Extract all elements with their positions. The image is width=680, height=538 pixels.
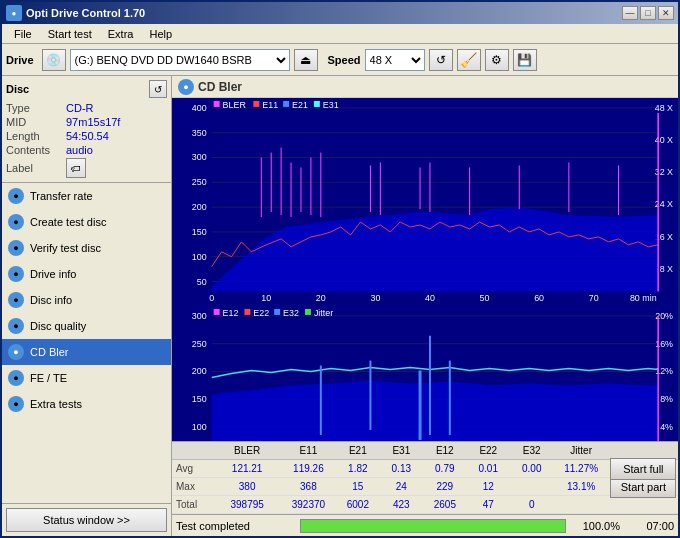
charts-container: 400 350 300 250 200 150 100 50 0 10 20 3… — [172, 98, 678, 441]
svg-rect-54 — [314, 101, 320, 107]
sidebar-item-label-disc-quality: Disc quality — [30, 320, 86, 332]
svg-text:8 X: 8 X — [660, 264, 673, 274]
svg-marker-83 — [212, 381, 658, 441]
svg-rect-48 — [214, 101, 220, 107]
speed-label: Speed — [328, 54, 361, 66]
stats-avg-e12: 0.79 — [423, 463, 466, 474]
start-full-button[interactable]: Start full — [610, 458, 676, 480]
speed-select[interactable]: 48 X — [365, 49, 425, 71]
svg-rect-90 — [214, 309, 220, 315]
svg-text:4%: 4% — [660, 422, 673, 432]
window-title: Opti Drive Control 1.70 — [26, 7, 145, 19]
close-button[interactable]: ✕ — [658, 6, 674, 20]
drive-label: Drive — [6, 54, 34, 66]
sidebar-item-label-create-test-disc: Create test disc — [30, 216, 106, 228]
svg-text:200: 200 — [192, 202, 207, 212]
sidebar-item-label-transfer-rate: Transfer rate — [30, 190, 93, 202]
svg-text:70: 70 — [589, 293, 599, 303]
refresh-button[interactable]: ↺ — [429, 49, 453, 71]
create-test-disc-icon: ● — [8, 214, 24, 230]
stats-total-label: Total — [172, 499, 214, 510]
svg-text:100: 100 — [192, 422, 207, 432]
chart-title: CD Bler — [198, 80, 242, 94]
sidebar-item-fe-te[interactable]: ● FE / TE — [2, 365, 171, 391]
progress-bar-fill — [301, 520, 565, 532]
svg-rect-96 — [305, 309, 311, 315]
stats-header-e11: E11 — [281, 445, 336, 456]
sidebar-item-label-cd-bler: CD Bler — [30, 346, 69, 358]
stats-max-e21: 15 — [336, 481, 379, 492]
sidebar-item-disc-info[interactable]: ● Disc info — [2, 287, 171, 313]
mid-label: MID — [6, 116, 66, 128]
svg-rect-52 — [283, 101, 289, 107]
svg-text:100: 100 — [192, 252, 207, 262]
stats-total-e31: 423 — [380, 499, 424, 510]
drive-select[interactable]: (G:) BENQ DVD DD DW1640 BSRB — [70, 49, 290, 71]
sidebar-item-label-disc-info: Disc info — [30, 294, 72, 306]
svg-text:E31: E31 — [323, 100, 339, 110]
stats-max-row: Max 380 368 15 24 229 12 13.1% Start par… — [172, 478, 678, 496]
chart-title-bar: ● CD Bler — [172, 76, 678, 98]
app-icon: ● — [6, 5, 22, 21]
contents-value: audio — [66, 144, 93, 156]
fe-te-icon: ● — [8, 370, 24, 386]
minimize-button[interactable]: — — [622, 6, 638, 20]
status-text: Test completed — [176, 520, 296, 532]
sidebar-item-drive-info[interactable]: ● Drive info — [2, 261, 171, 287]
drive-icon-button[interactable]: 💿 — [42, 49, 66, 71]
sidebar-item-cd-bler[interactable]: ● CD Bler — [2, 339, 171, 365]
disc-refresh-button[interactable]: ↺ — [149, 80, 167, 98]
svg-text:60: 60 — [534, 293, 544, 303]
disc-section: Disc ↺ Type CD-R MID 97m15s17f Length 54… — [2, 76, 171, 183]
menu-file[interactable]: File — [6, 26, 40, 42]
disc-info-icon: ● — [8, 292, 24, 308]
toolbar: Drive 💿 (G:) BENQ DVD DD DW1640 BSRB ⏏ S… — [2, 44, 678, 76]
chart1-svg: 400 350 300 250 200 150 100 50 0 10 20 3… — [172, 98, 678, 306]
length-label: Length — [6, 130, 66, 142]
status-time: 07:00 — [624, 520, 674, 532]
svg-text:E22: E22 — [253, 308, 269, 318]
stats-total-e32: 0 — [510, 499, 554, 510]
sidebar-item-extra-tests[interactable]: ● Extra tests — [2, 391, 171, 417]
settings-button[interactable]: ⚙ — [485, 49, 509, 71]
extra-tests-icon: ● — [8, 396, 24, 412]
sidebar-item-create-test-disc[interactable]: ● Create test disc — [2, 209, 171, 235]
svg-text:50: 50 — [480, 293, 490, 303]
svg-rect-50 — [253, 101, 259, 107]
svg-rect-94 — [274, 309, 280, 315]
stats-avg-bler: 121.21 — [214, 463, 281, 474]
stats-header-e12: E12 — [423, 445, 466, 456]
erase-button[interactable]: 🧹 — [457, 49, 481, 71]
menu-extra[interactable]: Extra — [100, 26, 142, 42]
type-label: Type — [6, 102, 66, 114]
svg-text:250: 250 — [192, 339, 207, 349]
menu-start-test[interactable]: Start test — [40, 26, 100, 42]
label-icon-button[interactable]: 🏷 — [66, 158, 86, 178]
save-button[interactable]: 💾 — [513, 49, 537, 71]
progress-percent: 100.0% — [570, 520, 620, 532]
svg-text:0: 0 — [209, 293, 214, 303]
stats-total-e21: 6002 — [336, 499, 380, 510]
stats-avg-label: Avg — [172, 463, 214, 474]
window-controls: — □ ✕ — [622, 6, 674, 20]
disc-title: Disc — [6, 83, 29, 95]
chart-area: ● CD Bler — [172, 76, 678, 536]
menu-help[interactable]: Help — [141, 26, 180, 42]
sidebar-item-verify-test-disc[interactable]: ● Verify test disc — [2, 235, 171, 261]
maximize-button[interactable]: □ — [640, 6, 656, 20]
eject-button[interactable]: ⏏ — [294, 49, 318, 71]
stats-header-e31: E31 — [380, 445, 423, 456]
type-value: CD-R — [66, 102, 94, 114]
stats-total-e12: 2605 — [423, 499, 467, 510]
length-value: 54:50.54 — [66, 130, 109, 142]
stats-header-e21: E21 — [336, 445, 379, 456]
label-label: Label — [6, 162, 66, 174]
svg-text:200: 200 — [192, 367, 207, 377]
svg-text:48 X: 48 X — [655, 103, 673, 113]
sidebar-item-transfer-rate[interactable]: ● Transfer rate — [2, 183, 171, 209]
main-window: ● Opti Drive Control 1.70 — □ ✕ File Sta… — [0, 0, 680, 538]
svg-text:BLER: BLER — [223, 100, 247, 110]
sidebar-item-disc-quality[interactable]: ● Disc quality — [2, 313, 171, 339]
stats-max-jitter: 13.1% — [554, 481, 609, 492]
status-window-button[interactable]: Status window >> — [6, 508, 167, 532]
